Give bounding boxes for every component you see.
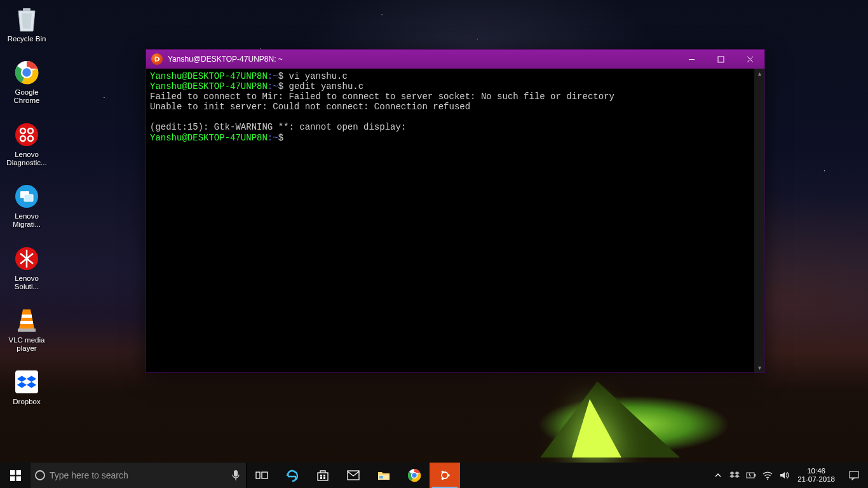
- close-button[interactable]: [735, 50, 764, 69]
- scroll-up-icon[interactable]: ▴: [758, 69, 761, 78]
- desktop-icon-lenovo-migration[interactable]: Lenovo Migrati...: [4, 181, 50, 230]
- desktop-icon-label: Lenovo Migrati...: [5, 212, 48, 229]
- prompt-sep: @: [182, 81, 187, 92]
- taskview-icon: [255, 470, 268, 480]
- desktop-icon-dropbox[interactable]: Dropbox: [4, 367, 50, 407]
- chrome-icon: [407, 468, 421, 482]
- cortana-icon: [31, 470, 50, 481]
- terminal-cmd-2: gedit yanshu.c: [283, 81, 363, 92]
- desktop-icon-label: Google Chrome: [5, 88, 48, 105]
- svg-rect-11: [24, 194, 33, 201]
- prompt-path: ~: [273, 71, 278, 81]
- svg-rect-15: [20, 321, 33, 324]
- taskbar-ubuntu[interactable]: [430, 463, 460, 488]
- minimize-button[interactable]: [677, 50, 706, 69]
- tray-dropbox-icon[interactable]: [726, 471, 743, 480]
- svg-point-13: [25, 257, 29, 260]
- prompt-dollar: $: [278, 133, 283, 143]
- microphone-icon[interactable]: [226, 470, 246, 481]
- recycle-bin-icon: [13, 5, 41, 33]
- ubuntu-icon: [151, 53, 163, 65]
- taskbar-edge[interactable]: [277, 463, 308, 488]
- svg-rect-40: [348, 471, 359, 480]
- store-icon: [316, 468, 330, 482]
- svg-point-48: [442, 471, 444, 473]
- start-button[interactable]: [0, 463, 31, 488]
- folder-icon: [377, 470, 391, 481]
- terminal-titlebar[interactable]: Yanshu@DESKTOP-47UNP8N: ~: [146, 50, 764, 69]
- prompt-user: Yanshu: [150, 71, 182, 81]
- mail-icon: [346, 470, 360, 481]
- svg-rect-0: [23, 8, 31, 11]
- taskbar-chrome[interactable]: [399, 463, 430, 488]
- clock-time: 10:46: [797, 467, 835, 475]
- search-placeholder: Type here to search: [50, 470, 226, 480]
- terminal-window: Yanshu@DESKTOP-47UNP8N: ~ Yanshu@DESKTOP…: [146, 49, 765, 373]
- prompt-colon: :: [268, 81, 273, 92]
- svg-rect-16: [18, 329, 36, 332]
- svg-point-30: [36, 471, 44, 480]
- svg-rect-34: [262, 472, 268, 478]
- svg-rect-53: [850, 471, 858, 478]
- desktop-icon-label: Recycle Bin: [8, 35, 46, 43]
- svg-rect-26: [10, 470, 15, 475]
- svg-rect-29: [16, 476, 21, 481]
- terminal-cmd-1: vi yanshu.c: [283, 71, 348, 81]
- desktop-icons-column: Recycle Bin Google Chrome Lenovo Diagnos…: [4, 4, 55, 408]
- svg-point-19: [159, 58, 160, 60]
- tray-volume-icon[interactable]: [776, 471, 792, 480]
- taskbar: Type here to search 10:46 21-07-2018: [0, 463, 868, 488]
- clock-date: 21-07-2018: [797, 475, 835, 484]
- tray-power-icon[interactable]: [743, 471, 759, 479]
- svg-rect-35: [318, 473, 328, 480]
- svg-rect-33: [256, 472, 260, 478]
- scroll-down-icon[interactable]: ▾: [758, 363, 761, 372]
- desktop-icon-lenovo-diagnostics[interactable]: Lenovo Diagnostic...: [4, 119, 50, 168]
- terminal-scrollbar[interactable]: ▴ ▾: [754, 69, 764, 372]
- terminal-output-line: (gedit:15): Gtk-WARNING **: cannot open …: [150, 122, 406, 132]
- prompt-path: ~: [273, 81, 278, 92]
- taskbar-task-view[interactable]: [247, 463, 277, 488]
- chrome-icon: [13, 58, 41, 86]
- desktop-icon-label: Lenovo Soluti...: [5, 274, 48, 291]
- tray-chevron-up-icon[interactable]: [710, 471, 726, 479]
- desktop-icon-lenovo-solution[interactable]: Lenovo Soluti...: [4, 243, 50, 292]
- prompt-host: DESKTOP-47UNP8N: [187, 71, 268, 81]
- taskbar-clock[interactable]: 10:46 21-07-2018: [792, 467, 840, 484]
- svg-point-46: [442, 472, 448, 478]
- svg-rect-23: [718, 57, 724, 62]
- terminal-content[interactable]: Yanshu@DESKTOP-47UNP8N:~$ vi yanshu.c Ya…: [146, 69, 754, 372]
- prompt-sep: @: [182, 71, 187, 81]
- maximize-button[interactable]: [706, 50, 735, 69]
- desktop-icon-label: Lenovo Diagnostic...: [5, 151, 48, 167]
- svg-point-21: [155, 60, 156, 62]
- svg-rect-39: [323, 477, 325, 479]
- prompt-dollar: $: [278, 71, 283, 81]
- desktop-icon-label: VLC media player: [5, 336, 48, 353]
- lenovo-diagnostics-icon: [13, 121, 41, 149]
- desktop-icon-vlc[interactable]: VLC media player: [4, 305, 50, 354]
- terminal-title: Yanshu@DESKTOP-47UNP8N: ~: [168, 55, 677, 64]
- svg-rect-14: [22, 315, 32, 318]
- prompt-colon: :: [268, 133, 273, 143]
- taskbar-search[interactable]: Type here to search: [31, 463, 247, 488]
- svg-point-47: [447, 474, 450, 477]
- prompt-host: DESKTOP-47UNP8N: [187, 133, 268, 143]
- svg-rect-51: [754, 474, 756, 477]
- svg-rect-42: [379, 476, 383, 478]
- taskbar-mail[interactable]: [338, 463, 369, 488]
- svg-rect-36: [320, 475, 322, 477]
- svg-point-49: [442, 478, 444, 480]
- taskbar-file-explorer[interactable]: [369, 463, 399, 488]
- svg-rect-37: [323, 475, 325, 477]
- desktop-icon-recycle-bin[interactable]: Recycle Bin: [4, 4, 50, 44]
- svg-rect-38: [320, 477, 322, 479]
- action-center-button[interactable]: [840, 470, 868, 480]
- svg-rect-28: [10, 476, 15, 481]
- desktop-icon-google-chrome[interactable]: Google Chrome: [4, 57, 50, 106]
- wallpaper-tent: [515, 369, 680, 464]
- prompt-user: Yanshu: [150, 81, 182, 92]
- taskbar-store[interactable]: [308, 463, 338, 488]
- tray-wifi-icon[interactable]: [759, 471, 776, 480]
- prompt-dollar: $: [278, 81, 283, 92]
